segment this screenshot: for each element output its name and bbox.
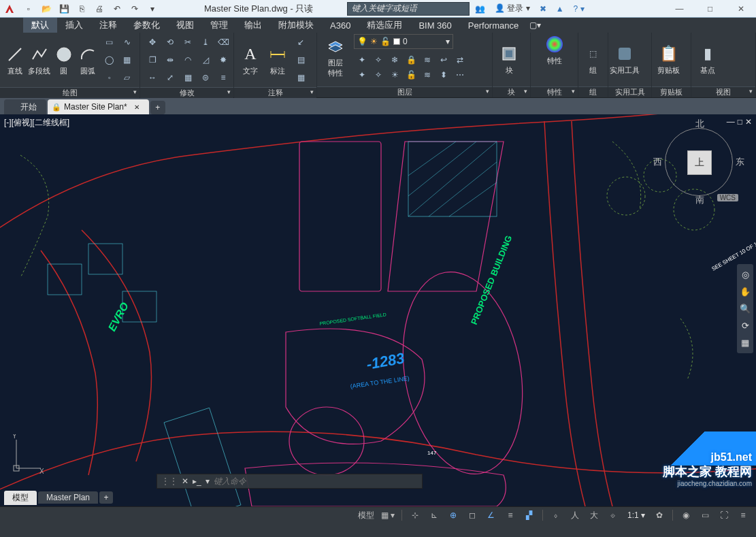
status-annovisible-icon[interactable]: ⟐ <box>604 508 622 523</box>
layeron-icon[interactable]: ✧ <box>370 67 387 83</box>
exchange-icon[interactable]: ✖ <box>540 4 546 14</box>
maximize-button[interactable]: □ <box>695 0 725 18</box>
tab-parametric[interactable]: 参数化 <box>125 18 168 33</box>
layout-add-button[interactable]: + <box>99 491 113 504</box>
tab-view[interactable]: 视图 <box>168 18 202 33</box>
region-icon[interactable]: ▱ <box>119 69 135 86</box>
panel-title-view[interactable]: 视图▾ <box>691 86 755 97</box>
status-ortho-icon[interactable]: ⊾ <box>425 508 443 523</box>
qat-plot-icon[interactable]: 🖨 <box>93 2 106 16</box>
qat-saveas-icon[interactable]: ⎘ <box>75 2 88 16</box>
search-input[interactable]: 键入关键字或短语 <box>347 2 470 16</box>
status-otrack-icon[interactable]: ∠ <box>482 508 500 523</box>
tab-output[interactable]: 输出 <box>236 18 270 33</box>
panel-title-props[interactable]: 特性▾ <box>531 86 578 97</box>
status-ws-icon[interactable]: ◉ <box>677 508 695 523</box>
tab-insert[interactable]: 插入 <box>57 18 91 33</box>
layerlck-icon[interactable]: 🔒 <box>403 52 419 68</box>
layerfrz-icon[interactable]: ❄ <box>387 52 403 68</box>
panel-title-utils[interactable]: 实用工具 <box>608 86 651 97</box>
layermore-icon[interactable]: ⋯ <box>452 67 468 83</box>
properties-button[interactable]: 特性 <box>542 34 567 66</box>
mirror-icon[interactable]: ⇹ <box>162 52 178 68</box>
stretch-icon[interactable]: ↔ <box>144 69 161 86</box>
panel-title-clip[interactable]: 剪贴板 <box>652 86 691 97</box>
tab-a360[interactable]: A360 <box>322 18 359 33</box>
spline-icon[interactable]: ∿ <box>119 34 135 50</box>
file-tab-start[interactable]: 开始 <box>4 99 46 114</box>
clipboard-button[interactable]: 📋剪贴板 <box>656 44 680 76</box>
nav-orbit-icon[interactable]: ⟳ <box>742 321 749 331</box>
cmd-recent-icon[interactable]: ▾ <box>206 476 210 486</box>
cmd-grip-icon[interactable]: ⋮⋮ <box>161 476 178 486</box>
layermch2-icon[interactable]: ≋ <box>419 67 435 83</box>
utilities-button[interactable]: 实用工具 <box>612 44 637 76</box>
block-button[interactable]: 块 <box>497 44 521 76</box>
panel-title-modify[interactable]: 修改▾ <box>140 87 233 98</box>
trim-icon[interactable]: ✂ <box>180 34 196 50</box>
tab-default[interactable]: 默认 <box>23 18 57 33</box>
layerthw-icon[interactable]: ☀ <box>387 67 403 83</box>
status-grid-icon[interactable]: ▦ ▾ <box>378 508 397 523</box>
status-iso-icon[interactable]: ⬨ <box>547 508 565 523</box>
explode-icon[interactable]: ✸ <box>215 52 231 68</box>
command-line[interactable]: ⋮⋮ ✕ ▸_ ▾ <box>157 474 423 489</box>
status-monitor-icon[interactable]: ▭ <box>696 508 714 523</box>
status-custom-icon[interactable]: ≡ <box>734 508 752 523</box>
vp-max-icon[interactable]: □ <box>738 117 742 127</box>
viewcube-south[interactable]: 南 <box>695 194 704 206</box>
rotate-icon[interactable]: ⟲ <box>162 34 178 50</box>
close-tab-icon[interactable]: ✕ <box>134 103 139 111</box>
cmd-close-icon[interactable]: ✕ <box>182 476 188 486</box>
viewcube-face[interactable]: 上 <box>687 150 712 175</box>
dimension-button[interactable]: 标注 <box>265 44 290 76</box>
panel-title-draw[interactable]: 绘图▾ <box>0 87 139 98</box>
layerprev-icon[interactable]: ↩ <box>435 52 452 68</box>
nav-showmotion-icon[interactable]: ▦ <box>741 338 749 348</box>
layerulk-icon[interactable]: 🔓 <box>403 67 419 83</box>
status-polar-icon[interactable]: ⊕ <box>444 508 462 523</box>
status-model[interactable]: 模型 <box>355 508 377 523</box>
ellipse-icon[interactable]: ◯ <box>101 52 118 68</box>
status-gear-icon[interactable]: ✿ <box>651 508 668 523</box>
array-icon[interactable]: ▦ <box>180 69 196 86</box>
line-button[interactable]: 直线 <box>4 44 25 76</box>
login-button[interactable]: 👤 登录 ▾ <box>495 3 530 14</box>
text-button[interactable]: A文字 <box>238 44 263 76</box>
circle-button[interactable]: 圆 <box>53 44 74 76</box>
app-menu-icon[interactable] <box>0 0 19 18</box>
status-clean-icon[interactable]: ⛶ <box>715 508 733 523</box>
help-icon[interactable]: ? ▾ <box>574 4 585 14</box>
erase-icon[interactable]: ⌫ <box>215 34 231 50</box>
new-tab-button[interactable]: + <box>150 101 165 114</box>
fillet-icon[interactable]: ◠ <box>180 52 196 68</box>
tab-manage[interactable]: 管理 <box>202 18 236 33</box>
extend-icon[interactable]: ⤓ <box>197 34 214 50</box>
tab-annotate[interactable]: 注释 <box>91 18 125 33</box>
layeriso-icon[interactable]: ✦ <box>354 52 370 68</box>
layout-tab-model[interactable]: 模型 <box>4 491 37 505</box>
vp-min-icon[interactable]: — <box>727 117 735 127</box>
layermatch-icon[interactable]: ≋ <box>419 52 435 68</box>
layeruniso-icon[interactable]: ✦ <box>354 67 370 83</box>
a360-icon[interactable]: ▲ <box>556 4 564 14</box>
viewcube-north[interactable]: 北 <box>695 118 704 130</box>
infocenter-icon[interactable]: 👥 <box>475 4 485 14</box>
qat-redo-icon[interactable]: ↷ <box>128 2 142 16</box>
status-tpy-icon[interactable]: ▞ <box>521 508 538 523</box>
panel-title-layers[interactable]: 图层▾ <box>317 86 492 97</box>
hatch-icon[interactable]: ▦ <box>119 52 135 68</box>
move-icon[interactable]: ✥ <box>144 34 161 50</box>
align-icon[interactable]: ≡ <box>215 69 231 86</box>
basepoint-button[interactable]: ▮基点 <box>695 44 720 76</box>
nav-zoom-icon[interactable]: 🔍 <box>740 304 751 314</box>
drawing-area[interactable]: [-][俯视][二维线框] — □ ✕ <box>0 114 756 506</box>
layeroff-icon[interactable]: ✧ <box>370 52 387 68</box>
panel-title-block[interactable]: 块▾ <box>493 86 530 97</box>
rect-icon[interactable]: ▭ <box>101 34 118 50</box>
status-scale[interactable]: 1:1 ▾ <box>623 510 649 520</box>
qat-save-icon[interactable]: 💾 <box>57 2 71 16</box>
status-annoscale-icon[interactable]: 大 <box>585 508 603 523</box>
offset-icon[interactable]: ⊜ <box>197 69 214 86</box>
leader-icon[interactable]: ↙ <box>293 34 309 50</box>
